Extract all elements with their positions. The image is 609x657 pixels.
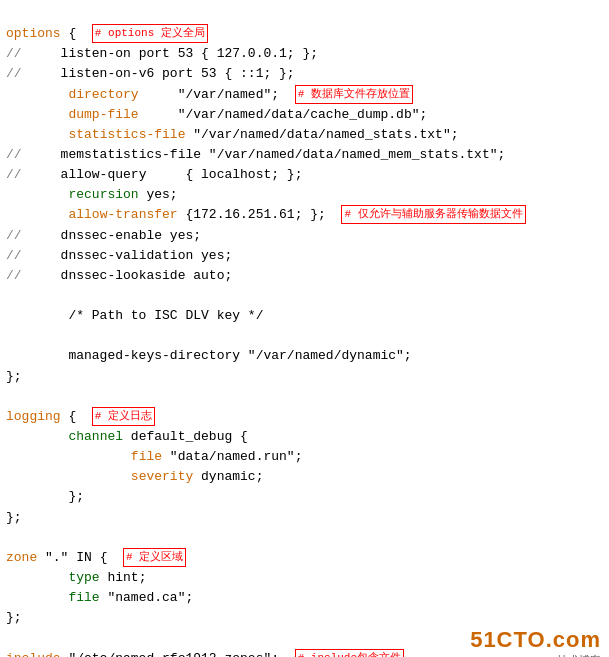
comment-listen: // [6,46,22,61]
keyword-file-zone: file [68,590,99,605]
keyword-allow-transfer: allow-transfer [68,207,177,222]
annotation-logging: # 定义日志 [92,407,155,426]
comment-memstats: // [6,147,22,162]
keyword-type: type [68,570,99,585]
keyword-recursion: recursion [68,187,138,202]
comment-listen-v6: // [6,66,22,81]
annotation-include: # include包含文件 [295,649,404,657]
keyword-statistics-file: statistics-file [68,127,185,142]
keyword-severity: severity [131,469,193,484]
watermark-sub: 技术博客 [470,653,601,657]
annotation-directory: # 数据库文件存放位置 [295,85,413,104]
keyword-logging: logging [6,409,61,424]
watermark: 51CTO.com 技术博客 Blog [470,627,601,657]
code-editor: options { # options 定义全局 // listen-on po… [0,0,609,657]
comment-dnssec-enable: // [6,228,22,243]
keyword-directory: directory [68,87,138,102]
watermark-site: 51CTO.com [470,627,601,653]
comment-dnssec-lookaside: // [6,268,22,283]
annotation-options: # options 定义全局 [92,24,208,43]
keyword-file: file [131,449,162,464]
annotation-zone: # 定义区域 [123,548,186,567]
keyword-include: include [6,651,61,658]
keyword-options: options [6,26,61,41]
keyword-channel: channel [68,429,123,444]
comment-dnssec-validation: // [6,248,22,263]
annotation-allow-transfer: # 仅允许与辅助服务器传输数据文件 [341,205,525,224]
comment-allow-query: // [6,167,22,182]
keyword-zone: zone [6,550,37,565]
keyword-dump-file: dump-file [68,107,138,122]
